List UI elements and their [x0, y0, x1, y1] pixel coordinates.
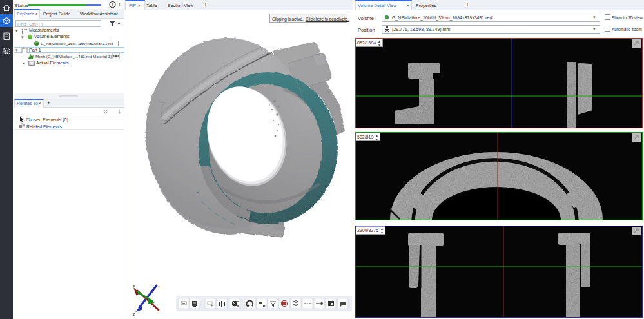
- svg-text:z: z: [133, 312, 135, 316]
- svg-text:x: x: [133, 284, 135, 288]
- svg-text:1: 1: [111, 2, 113, 8]
